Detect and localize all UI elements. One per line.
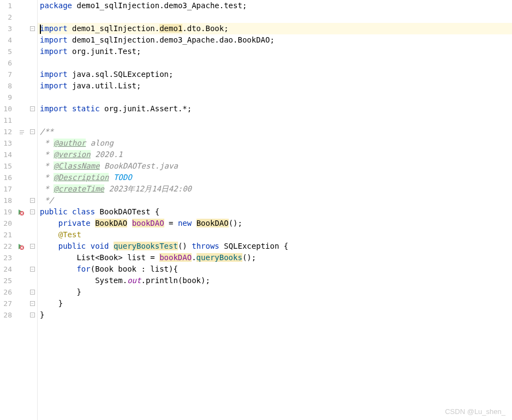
code-line[interactable]: public void queryBooksTest() throws SQLE… bbox=[38, 241, 512, 252]
code-line[interactable]: */ bbox=[38, 195, 512, 206]
fold-collapse-icon[interactable]: − bbox=[30, 267, 35, 272]
line-num: 22 bbox=[0, 242, 16, 250]
code-line[interactable] bbox=[38, 92, 512, 103]
line-num: 15 bbox=[0, 162, 16, 170]
line-num: 4 bbox=[0, 36, 16, 44]
line-num: 6 bbox=[0, 59, 16, 67]
code-line[interactable]: public class BookDAOTest { bbox=[38, 206, 512, 218]
line-num: 19 bbox=[0, 208, 16, 216]
line-num: 14 bbox=[0, 151, 16, 159]
line-num: 21 bbox=[0, 231, 16, 239]
code-line[interactable]: @Test bbox=[38, 229, 512, 241]
code-line-active[interactable]: import demo1_sqlInjection.demo1.dto.Book… bbox=[38, 23, 512, 34]
line-comment-icon bbox=[19, 129, 26, 135]
code-line[interactable]: * @Description TODO bbox=[38, 172, 512, 183]
code-line[interactable]: for(Book book : list){ bbox=[38, 263, 512, 275]
code-line[interactable]: } bbox=[38, 298, 512, 309]
code-line[interactable]: import static org.junit.Assert.*; bbox=[38, 103, 512, 115]
fold-collapse-icon[interactable]: − bbox=[30, 313, 35, 317]
line-num: 18 bbox=[0, 196, 16, 205]
run-test-icon[interactable] bbox=[17, 243, 24, 250]
code-editor: 1 2 3− 4 5 6 7 8 9 10− 11 12 − 13 14 15 … bbox=[0, 0, 512, 420]
code-line[interactable]: import java.sql.SQLException; bbox=[38, 69, 512, 80]
line-num: 12 bbox=[0, 128, 16, 136]
code-line[interactable]: private BookDAO bookDAO = new BookDAO(); bbox=[38, 218, 512, 229]
fold-collapse-icon[interactable]: − bbox=[30, 129, 35, 134]
code-line[interactable]: import java.util.List; bbox=[38, 80, 512, 92]
line-num: 27 bbox=[0, 299, 16, 308]
fold-collapse-icon[interactable]: − bbox=[30, 26, 35, 31]
code-line[interactable]: * @createTime 2023年12月14日42:00 bbox=[38, 183, 512, 195]
line-num: 28 bbox=[0, 311, 16, 319]
svg-rect-1 bbox=[20, 132, 24, 133]
watermark-text: CSDN @Lu_shen_ bbox=[445, 407, 505, 416]
code-line[interactable]: * @version 2020.1 bbox=[38, 149, 512, 160]
code-content[interactable]: package demo1_sqlInjection.demo3_Apache.… bbox=[37, 0, 512, 420]
line-num: 7 bbox=[0, 70, 16, 79]
code-line[interactable]: /** bbox=[38, 126, 512, 137]
code-line[interactable]: import demo1_sqlInjection.demo3_Apache.d… bbox=[38, 34, 512, 46]
line-num: 13 bbox=[0, 139, 16, 147]
fold-collapse-icon[interactable]: − bbox=[30, 106, 35, 111]
fold-collapse-icon[interactable]: − bbox=[30, 209, 35, 214]
line-num: 5 bbox=[0, 47, 16, 56]
line-num: 10 bbox=[0, 105, 16, 113]
code-line[interactable] bbox=[38, 115, 512, 126]
code-line[interactable]: System.out.println(book); bbox=[38, 275, 512, 286]
line-num: 25 bbox=[0, 277, 16, 285]
line-num: 11 bbox=[0, 116, 16, 124]
code-line[interactable]: * @author along bbox=[38, 137, 512, 149]
code-line[interactable]: * @ClassName BookDAOTest.java bbox=[38, 160, 512, 172]
svg-rect-2 bbox=[20, 134, 23, 134]
fold-collapse-icon[interactable]: − bbox=[30, 290, 35, 295]
code-line[interactable]: } bbox=[38, 309, 512, 321]
line-num: 2 bbox=[0, 13, 16, 21]
line-num: 8 bbox=[0, 82, 16, 90]
fold-collapse-icon[interactable]: − bbox=[30, 301, 35, 306]
fold-collapse-icon[interactable]: − bbox=[30, 198, 35, 203]
run-test-icon[interactable] bbox=[17, 209, 24, 215]
code-line[interactable]: List<Book> list = bookDAO.queryBooks(); bbox=[38, 252, 512, 263]
line-num: 3 bbox=[0, 25, 16, 33]
editor-gutter: 1 2 3− 4 5 6 7 8 9 10− 11 12 − 13 14 15 … bbox=[0, 0, 37, 420]
code-line[interactable] bbox=[38, 11, 512, 23]
code-line[interactable]: import org.junit.Test; bbox=[38, 46, 512, 57]
fold-collapse-icon[interactable]: − bbox=[30, 244, 35, 249]
line-num: 23 bbox=[0, 254, 16, 262]
line-num: 9 bbox=[0, 93, 16, 101]
code-line[interactable]: package demo1_sqlInjection.demo3_Apache.… bbox=[38, 0, 512, 11]
svg-rect-0 bbox=[20, 130, 24, 131]
line-num: 16 bbox=[0, 173, 16, 182]
line-num: 1 bbox=[0, 2, 16, 10]
code-line[interactable] bbox=[38, 57, 512, 69]
line-num: 20 bbox=[0, 219, 16, 227]
line-num: 26 bbox=[0, 288, 16, 296]
line-num: 17 bbox=[0, 185, 16, 193]
code-line[interactable]: } bbox=[38, 286, 512, 298]
line-num: 24 bbox=[0, 265, 16, 273]
